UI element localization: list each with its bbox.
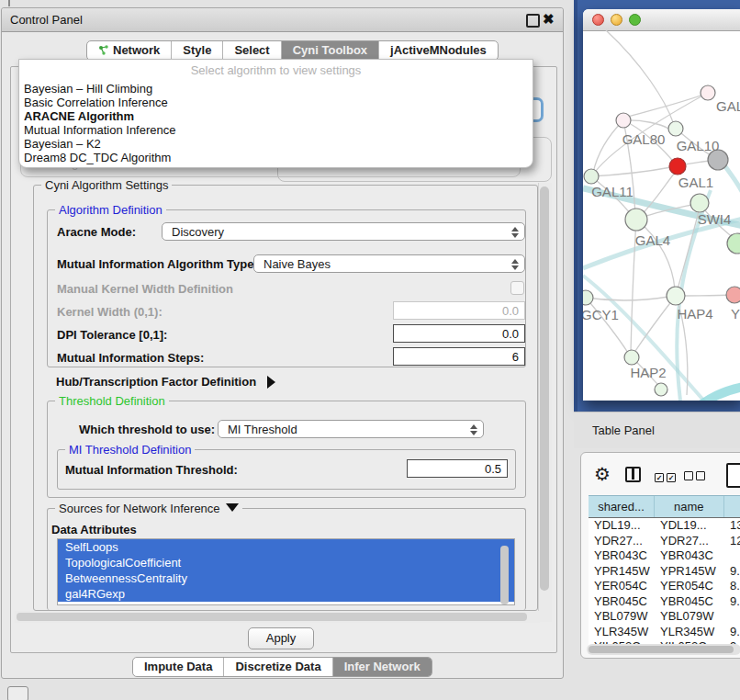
node-gal11[interactable] <box>584 169 599 184</box>
screen: Control Panel ✖ Network Style Select Cyn… <box>0 0 740 700</box>
node-gal4[interactable] <box>625 209 647 231</box>
table-row[interactable]: YBR043CYBR043C <box>589 548 740 564</box>
cell[interactable]: YBR043C <box>655 548 724 564</box>
cell[interactable]: YDL19... <box>589 518 655 534</box>
algorithm-option-dream8[interactable]: Dream8 DC_TDC Algorithm <box>19 151 533 164</box>
cell[interactable]: YPR145W <box>589 564 655 580</box>
cell[interactable]: YBR043C <box>589 548 655 564</box>
minimize-traffic-light-icon[interactable] <box>611 14 622 26</box>
mi-type-label: Mutual Information Algorithm Type: <box>57 257 258 271</box>
node-label: GAL <box>716 98 740 114</box>
table-row[interactable]: YER054CYER054C8. <box>589 579 740 594</box>
columns-icon[interactable] <box>625 467 641 482</box>
node-pink-top[interactable] <box>701 85 715 100</box>
algorithm-option-mutual-information[interactable]: Mutual Information Inference <box>19 123 533 137</box>
dpi-tolerance-input[interactable]: 0.0 <box>393 324 525 343</box>
tab-network[interactable]: Network <box>87 41 171 60</box>
node-swi4[interactable] <box>690 194 709 212</box>
cell[interactable]: YLR345W <box>589 625 655 640</box>
gear-icon[interactable]: ⚙ <box>594 465 611 483</box>
apply-button[interactable]: Apply <box>248 627 314 649</box>
bottom-left-panel-fragment <box>7 686 28 700</box>
list-item-selfloops[interactable]: SelfLoops <box>58 539 514 555</box>
mi-type-combo[interactable]: Naive Bayes <box>253 254 525 273</box>
algorithm-option-bayesian-hill-climbing[interactable]: Bayesian – Hill Climbing <box>19 82 533 96</box>
table-row[interactable]: YDL19...YDL19...13 <box>589 518 740 534</box>
node-hap2[interactable] <box>624 350 639 365</box>
data-attributes-list: SelfLoops TopologicalCoefficient Between… <box>57 538 515 605</box>
mi-threshold-input[interactable]: 0.5 <box>407 459 508 478</box>
float-window-icon[interactable] <box>526 14 540 28</box>
manual-kernel-checkbox[interactable] <box>510 281 524 295</box>
select-all-checkboxes-icon[interactable]: ✓✓ <box>655 469 678 483</box>
deselect-checkboxes-icon[interactable] <box>684 469 708 483</box>
table-row[interactable]: YBL079WYBL079W <box>589 609 740 625</box>
zoom-traffic-light-icon[interactable] <box>629 14 641 26</box>
node-gal80[interactable] <box>616 113 631 128</box>
table-row[interactable]: YDR27...YDR27...12 <box>589 534 740 549</box>
file-icon[interactable] <box>726 463 740 488</box>
cell[interactable]: YLR345W <box>655 625 724 640</box>
cell[interactable]: YBR045C <box>589 594 655 610</box>
table-horizontal-scrollbar-thumb[interactable] <box>589 646 734 653</box>
tab-cyni-toolbox[interactable]: Cyni Toolbox <box>281 41 378 60</box>
column-header-clipped[interactable]: A <box>724 496 740 517</box>
node-small-bottom[interactable] <box>655 383 667 396</box>
cell[interactable]: YDR27... <box>589 534 655 549</box>
tab-jactivemnodules[interactable]: jActiveMNodules <box>378 41 498 60</box>
cell[interactable]: 8. <box>724 579 740 594</box>
table-row[interactable]: YLR345WYLR345W9. <box>589 625 740 640</box>
attributes-list-scrollbar-thumb[interactable] <box>500 546 509 604</box>
cell[interactable]: 12 <box>724 534 740 549</box>
tab-select[interactable]: Select <box>222 41 280 60</box>
cell[interactable]: 9. <box>724 564 740 580</box>
settings-horizontal-scrollbar-thumb[interactable] <box>17 613 527 621</box>
cell[interactable]: YDR27... <box>655 534 724 549</box>
sources-group-title[interactable]: Sources for Network Inference <box>55 502 242 515</box>
node-gal10[interactable] <box>668 121 683 136</box>
column-header-shared[interactable]: shared... <box>589 496 655 517</box>
cell[interactable]: YBR045C <box>655 594 724 610</box>
cell[interactable]: YDL19... <box>655 518 724 534</box>
cell[interactable]: 13 <box>724 518 740 534</box>
table-row[interactable]: YPR145WYPR145W9. <box>589 564 740 580</box>
settings-vertical-scrollbar-thumb[interactable] <box>540 186 549 591</box>
mi-steps-input[interactable]: 6 <box>393 347 525 366</box>
close-traffic-light-icon[interactable] <box>592 14 604 26</box>
cell[interactable] <box>724 609 740 625</box>
node-gal1-red[interactable] <box>669 158 686 175</box>
node-hap4[interactable] <box>667 287 685 305</box>
algorithm-option-aracne[interactable]: ARACNE Algorithm <box>19 109 533 123</box>
cell[interactable]: YER054C <box>589 579 655 594</box>
algorithm-option-bayesian-k2[interactable]: Bayesian – K2 <box>19 137 533 151</box>
tab-discretize-data[interactable]: Discretize Data <box>223 658 331 676</box>
node-salmon[interactable] <box>726 287 740 303</box>
cell[interactable]: YBL079W <box>589 609 655 625</box>
aracne-mode-combo[interactable]: Discovery <box>162 222 525 241</box>
list-item-gal4rgexp[interactable]: gal4RGexp <box>58 586 514 602</box>
cell[interactable] <box>724 548 740 564</box>
list-item-betweennesscentrality[interactable]: BetweennessCentrality <box>58 570 514 586</box>
cell[interactable]: YER054C <box>655 579 724 594</box>
aracne-mode-value: Discovery <box>172 225 224 239</box>
node-green-right[interactable] <box>727 233 740 254</box>
algorithm-option-basic-correlation[interactable]: Basic Correlation Inference <box>19 96 533 109</box>
data-attributes-label: Data Attributes <box>51 523 137 536</box>
cell[interactable]: 9. <box>724 594 740 610</box>
hub-transcription-expander[interactable]: Hub/Transcription Factor Definition <box>56 375 275 389</box>
cell[interactable]: YBL079W <box>655 609 724 625</box>
tab-infer-network[interactable]: Infer Network <box>332 658 432 676</box>
which-threshold-combo[interactable]: MI Threshold <box>218 420 484 438</box>
mi-steps-label: Mutual Information Steps: <box>57 351 204 365</box>
tab-impute-data[interactable]: Impute Data <box>133 658 223 676</box>
sources-group: Sources for Network Inference Data Attri… <box>47 508 526 610</box>
close-icon[interactable]: ✖ <box>543 11 555 28</box>
cell[interactable]: 9. <box>724 625 740 640</box>
node-gcy1[interactable] <box>583 290 593 305</box>
list-item-topologicalcoefficient[interactable]: TopologicalCoefficient <box>58 555 514 570</box>
table-row[interactable]: YBR045CYBR045C9. <box>589 594 740 610</box>
tab-style[interactable]: Style <box>171 41 222 60</box>
kernel-width-input[interactable]: 0.0 <box>393 301 525 320</box>
column-header-name[interactable]: name <box>655 496 724 517</box>
cell[interactable]: YPR145W <box>655 564 724 580</box>
